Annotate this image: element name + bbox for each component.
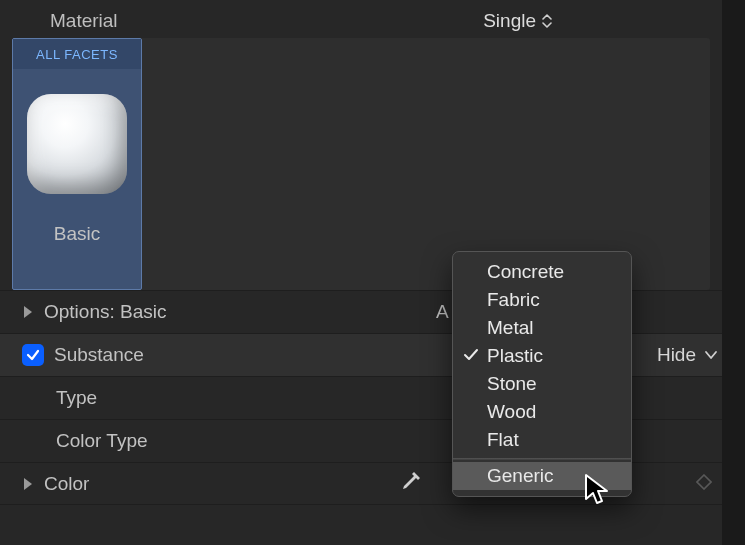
- menu-item-label: Metal: [487, 317, 533, 338]
- material-thumbnail: [13, 69, 141, 219]
- menu-item-label: Generic: [487, 465, 554, 486]
- material-title: Material: [50, 10, 118, 32]
- facet-tile[interactable]: ALL FACETS Basic: [12, 38, 142, 290]
- menu-item-label: Flat: [487, 429, 519, 450]
- menu-item-stone[interactable]: Stone: [453, 370, 631, 398]
- color-type-label: Color Type: [56, 430, 148, 452]
- color-label: Color: [44, 473, 89, 495]
- substance-checkbox[interactable]: [22, 344, 44, 366]
- updown-icon: [542, 13, 552, 29]
- eyedropper-icon[interactable]: [400, 470, 422, 497]
- menu-item-wood[interactable]: Wood: [453, 398, 631, 426]
- material-mode-value: Single: [483, 10, 536, 32]
- substance-hide-button[interactable]: Hide: [657, 344, 718, 366]
- menu-item-label: Fabric: [487, 289, 540, 310]
- menu-item-label: Stone: [487, 373, 537, 394]
- type-label: Type: [56, 387, 97, 409]
- hide-label: Hide: [657, 344, 696, 366]
- menu-item-plastic[interactable]: Plastic: [453, 342, 631, 370]
- disclosure-right-icon[interactable]: [22, 477, 36, 491]
- menu-separator: [453, 458, 631, 460]
- material-mode-select[interactable]: Single: [483, 10, 552, 32]
- menu-item-concrete[interactable]: Concrete: [453, 258, 631, 286]
- menu-item-label: Concrete: [487, 261, 564, 282]
- substance-type-menu[interactable]: Concrete Fabric Metal Plastic Stone Wood…: [452, 251, 632, 497]
- menu-item-metal[interactable]: Metal: [453, 314, 631, 342]
- material-header: Material Single: [0, 0, 722, 38]
- material-thumbnail-cube: [27, 94, 127, 194]
- menu-item-flat[interactable]: Flat: [453, 426, 631, 454]
- check-icon: [463, 346, 479, 368]
- chevron-down-icon: [704, 350, 718, 360]
- facet-tab[interactable]: ALL FACETS: [13, 39, 141, 69]
- disclosure-right-icon[interactable]: [22, 305, 36, 319]
- substance-label: Substance: [54, 344, 144, 366]
- menu-item-label: Wood: [487, 401, 536, 422]
- menu-item-label: Plastic: [487, 345, 543, 366]
- material-inspector-panel: Material Single ALL FACETS Basic Options…: [0, 0, 722, 545]
- mouse-cursor-icon: [584, 473, 610, 512]
- keyframe-diamond-icon[interactable]: [696, 473, 712, 495]
- facet-name: Basic: [13, 219, 141, 245]
- menu-item-fabric[interactable]: Fabric: [453, 286, 631, 314]
- options-label: Options: Basic: [44, 301, 167, 323]
- options-right-partial: A: [436, 301, 449, 323]
